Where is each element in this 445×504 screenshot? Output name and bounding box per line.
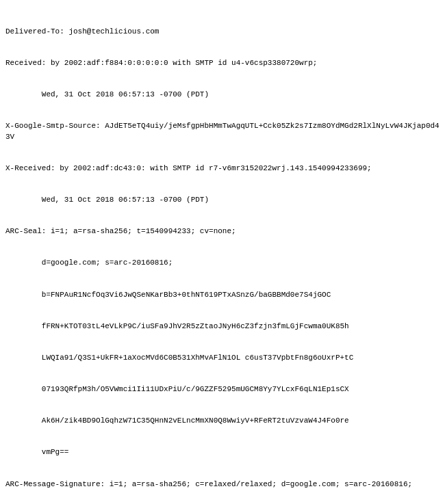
arc-seal-b: b=FNPAuR1NcfOq3Vi6JwQSeNKarBb3+0thNT619P…	[5, 290, 440, 300]
x-google-smtp: X-Google-Smtp-Source: AJdET5eTQ4uiy/jeMs…	[5, 121, 440, 142]
arc-seal-b6: vmPg==	[5, 447, 440, 457]
arc-seal-d: d=google.com; s=arc-20160816;	[5, 258, 440, 268]
arc-seal-b5: Ak6H/zik4BD9OlGqhzW71C35QHnN2vELncMmXN0Q…	[5, 416, 440, 426]
arc-seal-b3: LWQIa91/Q3S1+UkFR+1aXocMVd6C0B531XhMvAFl…	[5, 353, 440, 363]
delivered-to: Delivered-To: josh@techlicious.com	[5, 27, 440, 37]
received-1: Received: by 2002:adf:f884:0:0:0:0:0 wit…	[5, 58, 440, 68]
received-1-date: Wed, 31 Oct 2018 06:57:13 -0700 (PDT)	[5, 90, 440, 100]
x-received: X-Received: by 2002:adf:dc43:0: with SMT…	[5, 163, 440, 174]
x-received-date: Wed, 31 Oct 2018 06:57:13 -0700 (PDT)	[5, 195, 440, 205]
arc-message-sig: ARC-Message-Signature: i=1; a=rsa-sha256…	[5, 479, 440, 490]
email-header-section: Delivered-To: josh@techlicious.com Recei…	[5, 5, 440, 504]
arc-seal: ARC-Seal: i=1; a=rsa-sha256; t=154099423…	[5, 226, 440, 237]
arc-seal-b2: fFRN+KTOT03tL4eVLkP9C/iuSFa9JhV2R5zZtaoJ…	[5, 321, 440, 332]
arc-seal-b4: 07193QRfpM3h/O5VWmci1Ii11UDxPiU/c/9GZZF5…	[5, 384, 440, 395]
